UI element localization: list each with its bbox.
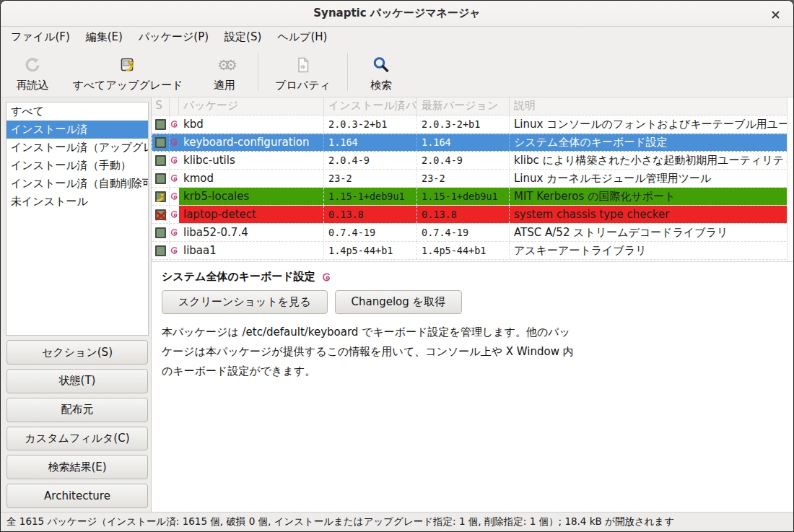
properties-icon: [294, 55, 313, 75]
package-pane: S パッケージ インストール済バージョン 最新バージョン 説明 kbd 2.0.…: [151, 97, 793, 512]
table-row[interactable]: kbd 2.0.3-2+b1 2.0.3-2+b1 Linux コンソールのフォ…: [152, 115, 793, 134]
table-row-marked-remove[interactable]: laptop-detect 0.13.8 0.13.8 system chass…: [152, 206, 793, 224]
architecture-button[interactable]: Architecture: [6, 484, 148, 508]
upgrade-all-button[interactable]: すべてアップグレード: [64, 47, 191, 97]
changelog-button[interactable]: Changelog を取得: [335, 290, 462, 314]
details-description: 本パッケージは /etc/default/keyboard でキーボード設定を管…: [162, 323, 624, 381]
latest-version: 2.0.3-2+b1: [417, 115, 510, 133]
toolbar: 再読込 すべてアップグレード ⚙⚙ 適用: [1, 47, 793, 97]
statusbar: 全 1615 パッケージ（インストール済: 1615 個, 破損 0 個, イン…: [1, 512, 793, 531]
search-results-button[interactable]: 検索結果(E): [6, 455, 148, 479]
package-description: klibc により構築された小さな起動初期用ユーティリティ: [510, 152, 793, 169]
table-row[interactable]: klibc-utils 2.0.4-9 2.0.4-9 klibc により構築さ…: [152, 152, 793, 170]
installed-version: 2.0.3-2+b1: [324, 115, 417, 133]
installed-checkbox: [155, 137, 166, 148]
reload-icon: [23, 55, 42, 75]
installed-version: 23-2: [324, 170, 417, 187]
filter-installed-upgradable[interactable]: インストール済（アップグレード可）: [6, 139, 148, 157]
package-description: ATSC A/52 ストリームデコードライブラリ: [510, 224, 793, 241]
header-status[interactable]: S: [152, 97, 170, 115]
installed-version: 0.13.8: [324, 206, 417, 223]
status-cell: [152, 152, 170, 169]
header-installed-version[interactable]: インストール済バージョン: [324, 97, 417, 115]
table-row-selected[interactable]: keyboard-configuration 1.164 1.164 システム全…: [152, 134, 793, 152]
header-origin[interactable]: [170, 97, 179, 115]
synaptic-window: Synaptic パッケージマネージャ ファイル(F) 編集(E) パッケージ(…: [0, 0, 794, 532]
package-description: システム全体のキーボード設定: [510, 134, 793, 151]
sections-button[interactable]: セクション(S): [6, 340, 148, 365]
status-cell: [152, 224, 170, 241]
description-line: 本パッケージは /etc/default/keyboard でキーボード設定を管…: [162, 323, 624, 342]
details-title: システム全体のキーボード設定: [162, 270, 315, 284]
titlebar[interactable]: Synaptic パッケージマネージャ: [1, 1, 793, 27]
package-name: laptop-detect: [179, 206, 324, 223]
status-cell: [152, 170, 170, 187]
debian-swirl-icon: [170, 206, 179, 223]
close-button[interactable]: [767, 6, 783, 22]
debian-swirl-icon: [321, 271, 332, 283]
remove-marked-icon: [155, 209, 166, 220]
table-scrollbar[interactable]: [787, 97, 793, 261]
filter-installed-autoremovable[interactable]: インストール済（自動削除可能）: [6, 175, 148, 193]
custom-filters-button[interactable]: カスタムフィルタ(C): [6, 427, 148, 451]
search-label: 検索: [370, 79, 392, 92]
screenshot-button[interactable]: スクリーンショットを見る: [162, 290, 328, 314]
header-package[interactable]: パッケージ: [179, 97, 324, 115]
installed-version: 1.4p5-44+b1: [324, 242, 417, 259]
upgrade-all-icon: [118, 55, 137, 75]
package-description: system chassis type checker: [510, 206, 793, 223]
properties-button[interactable]: プロパティ: [258, 47, 347, 97]
details-panel: システム全体のキーボード設定 スクリーンショットを見る Changelog を取…: [152, 263, 793, 512]
status-button[interactable]: 状態(T): [6, 369, 148, 393]
apply-button[interactable]: ⚙⚙ 適用: [191, 47, 258, 97]
apply-label: 適用: [214, 79, 235, 92]
description-line: のキーボード設定ができます。: [162, 362, 624, 381]
latest-version: 1.15-1+deb9u1: [417, 188, 510, 205]
latest-version: 2.0.4-9: [417, 152, 510, 169]
package-description: Linux カーネルモジュール管理用ツール: [510, 170, 793, 187]
reload-button[interactable]: 再読込: [1, 47, 64, 97]
table-row[interactable]: liba52-0.7.4 0.7.4-19 0.7.4-19 ATSC A/52…: [152, 224, 793, 242]
table-row[interactable]: kmod 23-2 23-2 Linux カーネルモジュール管理用ツール: [152, 170, 793, 188]
package-name: liba52-0.7.4: [179, 224, 324, 241]
search-button[interactable]: 検索: [348, 47, 414, 97]
latest-version: 1.164: [417, 134, 510, 151]
origin-button[interactable]: 配布元: [6, 398, 148, 422]
installed-checkbox: [155, 245, 166, 256]
package-description: アスキーアートライブラリ: [510, 242, 793, 259]
package-name: libaa1: [179, 242, 324, 259]
installed-version: 1.164: [324, 134, 417, 151]
table-row[interactable]: libaa1 1.4p5-44+b1 1.4p5-44+b1 アスキーアートライ…: [152, 242, 793, 260]
package-name: krb5-locales: [179, 188, 324, 205]
menu-file[interactable]: ファイル(F): [3, 27, 78, 47]
header-latest-version[interactable]: 最新バージョン: [417, 97, 510, 115]
apply-gears-icon: ⚙⚙: [217, 55, 232, 75]
debian-swirl-icon: [170, 115, 179, 133]
status-text: 全 1615 パッケージ（インストール済: 1615 個, 破損 0 個, イン…: [6, 515, 674, 528]
filter-not-installed[interactable]: 未インストール: [6, 193, 148, 211]
filter-all[interactable]: すべて: [6, 103, 148, 121]
installed-checkbox: [155, 155, 166, 166]
installed-checkbox: [155, 173, 166, 184]
properties-label: プロパティ: [275, 79, 331, 92]
menu-edit[interactable]: 編集(E): [78, 27, 131, 47]
latest-version: 0.7.4-19: [417, 224, 510, 241]
menu-package[interactable]: パッケージ(P): [131, 27, 217, 47]
upgrade-all-label: すべてアップグレード: [72, 79, 183, 92]
installed-version: 2.0.4-9: [324, 152, 417, 169]
sidebar: すべて インストール済 インストール済（アップグレード可） インストール済（手動…: [1, 97, 151, 512]
window-title: Synaptic パッケージマネージャ: [1, 6, 793, 20]
filter-installed-manual[interactable]: インストール済（手動）: [6, 157, 148, 175]
table-row-marked-upgrade[interactable]: krb5-locales 1.15-1+deb9u1 1.15-1+deb9u1…: [152, 188, 793, 206]
filter-list: すべて インストール済 インストール済（アップグレード可） インストール済（手動…: [6, 102, 149, 336]
package-name: keyboard-configuration: [179, 134, 324, 151]
debian-swirl-icon: [170, 242, 179, 259]
menu-settings[interactable]: 設定(S): [217, 27, 269, 47]
package-description: MIT Kerberos の国際化サポート: [510, 188, 793, 205]
header-description[interactable]: 説明: [510, 97, 793, 115]
filter-installed[interactable]: インストール済: [6, 121, 148, 139]
menu-help[interactable]: ヘルプ(H): [269, 27, 335, 47]
status-cell: [152, 115, 170, 133]
package-description: Linux コンソールのフォントおよびキーテーブル用ユーティリティ: [510, 115, 793, 133]
table-header: S パッケージ インストール済バージョン 最新バージョン 説明: [152, 97, 793, 115]
